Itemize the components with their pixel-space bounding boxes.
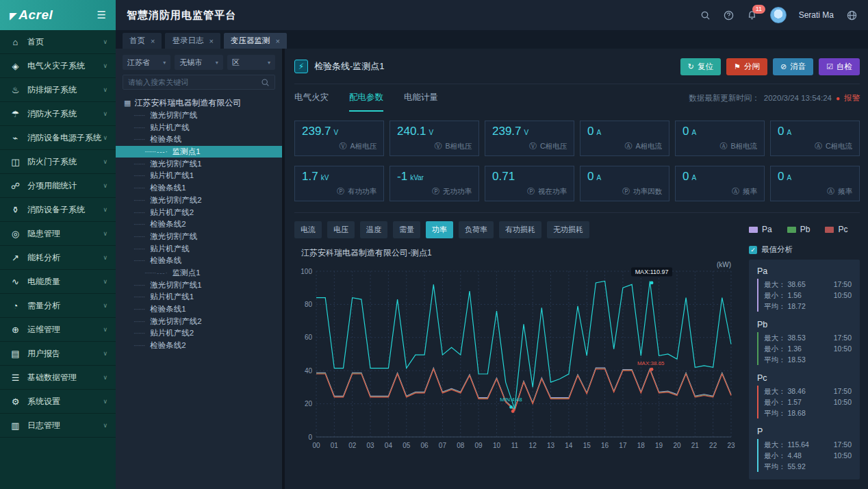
notifications-bell-icon[interactable]: 11 (747, 10, 758, 21)
extremes-toggle[interactable]: ✓ 最值分析 (749, 244, 860, 255)
metric-type-icon: Ⓐ (827, 186, 834, 197)
metric-type-icon: Ⓥ (434, 141, 442, 151)
close-icon[interactable]: × (151, 37, 155, 45)
region-select[interactable]: 无锡市 ▾ (175, 55, 222, 70)
tree-node[interactable]: 激光切割产线2 (116, 195, 282, 207)
chart-filter-chip[interactable]: 电压 (327, 221, 355, 238)
sidebar-item[interactable]: ↗ 能耗分析 ∨ (0, 246, 116, 270)
sidebar-item-icon: ⊕ (10, 325, 21, 335)
tree-node[interactable]: ▦ 江苏安科瑞电器制造有限公司 (116, 97, 282, 110)
metric-unit: V (334, 129, 339, 136)
username[interactable]: Serati Ma (799, 10, 834, 20)
content-tab[interactable]: 配电参数 (349, 84, 383, 112)
chart-filter-chip[interactable]: 功率 (426, 221, 453, 238)
tree-node[interactable]: 检验条线2 (116, 340, 282, 352)
sidebar-item[interactable]: ∿ 电能质量 ∨ (0, 270, 116, 294)
tree-node[interactable]: 检验条线1 (116, 182, 282, 195)
sidebar-item[interactable]: ♨ 防排烟子系统 ∨ (0, 78, 116, 102)
sidebar-item[interactable]: ⚙ 系统设置 ∨ (0, 390, 116, 414)
chart-filter-chip[interactable]: 电流 (294, 221, 322, 238)
legend-item[interactable]: Pa (749, 225, 772, 234)
tree-node-label: 检验条线1 (150, 183, 186, 193)
close-icon[interactable]: × (275, 37, 279, 45)
tree-node[interactable]: 检验条线1 (116, 303, 282, 316)
sidebar-item-label: 隐患管理 (27, 228, 60, 240)
tree-node[interactable]: 激光切割产线1 (116, 158, 282, 170)
tree-node[interactable]: 检验条线2 (116, 218, 282, 231)
legend-label: Pc (838, 225, 847, 234)
metric-type-icon: Ⓥ (529, 141, 537, 151)
device-header: ⚡ 检验条线-监测点1 ↻ 复位 ⚑ 分闸 ⊘ 消音 (294, 55, 860, 77)
metric-label: 无功功率 (443, 187, 472, 197)
sidebar-item[interactable]: ☍ 分项用能统计 ∨ (0, 174, 116, 198)
tree-node[interactable]: 监测点1 (116, 267, 282, 279)
legend-item[interactable]: Pb (787, 225, 810, 234)
device-action-button[interactable]: ☑ 自检 (819, 58, 860, 75)
chart-filter-chip[interactable]: 温度 (360, 221, 387, 238)
help-icon[interactable] (724, 10, 735, 21)
sidebar-item[interactable]: ☂ 消防水子系统 ∨ (0, 102, 116, 126)
tree-node[interactable]: 激光切割产线1 (116, 279, 282, 291)
document-tab[interactable]: 登录日志 × (165, 33, 220, 49)
tree-node[interactable]: 贴片机产线1 (116, 291, 282, 303)
device-action-button[interactable]: ⚑ 分闸 (726, 58, 767, 75)
region-select[interactable]: 区 ▾ (227, 55, 275, 70)
tree-node[interactable]: 激光切割产线2 (116, 315, 282, 327)
sidebar-item[interactable]: ⚱ 消防设备子系统 ∨ (0, 198, 116, 222)
chart-filter-chip[interactable]: 需量 (393, 221, 420, 238)
tree-node[interactable]: 贴片机产线2 (116, 327, 282, 340)
sidebar-item[interactable]: ▤ 用户报告 ∨ (0, 342, 116, 366)
checkbox-checked-icon[interactable]: ✓ (749, 246, 757, 254)
metric-number: 239.7 (302, 125, 331, 138)
sidebar-item[interactable]: ◈ 电气火灾子系统 ∨ (0, 54, 116, 78)
sidebar-item[interactable]: ⌁ 消防设备电源子系统 ∨ (0, 126, 116, 150)
tree-node[interactable]: 检验条线 (116, 255, 282, 267)
document-tab[interactable]: 变压器监测 × (224, 33, 287, 49)
sidebar-item[interactable]: ⌂ 首页 ∨ (0, 30, 116, 54)
device-action-button[interactable]: ⊘ 消音 (773, 58, 813, 75)
chart-filter-chip[interactable]: 无功损耗 (547, 221, 589, 238)
sidebar-item[interactable]: ◔ 需量分析 ∨ (0, 294, 116, 318)
tree-node[interactable]: 检验条线 (116, 134, 282, 146)
tree-node[interactable]: 贴片机产线1 (116, 170, 282, 182)
tree-node[interactable]: 监测点1 (116, 146, 282, 158)
logo-bar: ◤Acrel ☰ (0, 0, 116, 30)
content-tab[interactable]: 电气火灾 (294, 84, 329, 112)
metric-unit: A (596, 129, 601, 136)
search-icon[interactable] (261, 78, 270, 87)
sidebar-item[interactable]: ▥ 日志管理 ∨ (0, 414, 116, 438)
search-icon[interactable] (700, 10, 711, 21)
tree-node[interactable]: 激光切割产线 (116, 110, 282, 122)
stat-row-avg: 平均：18.53 (764, 354, 852, 365)
sidebar-item[interactable]: ☰ 基础数据管理 ∨ (0, 366, 116, 390)
legend-item[interactable]: Pc (825, 225, 847, 234)
chart-filter-chip[interactable]: 有功损耗 (499, 221, 541, 238)
svg-text:17: 17 (619, 442, 627, 449)
sidebar-item[interactable]: ◎ 隐患管理 ∨ (0, 222, 116, 246)
stat-row-avg: 平均：18.68 (764, 408, 852, 418)
content-row: 江苏省 ▾ 无锡市 ▾ 区 ▾ (116, 49, 868, 489)
menu-toggle-icon[interactable]: ☰ (97, 9, 106, 21)
document-tab[interactable]: 首页 × (123, 33, 162, 49)
stat-row-max: 最大：38.5317:50 (764, 332, 852, 343)
metric-value: 1.7kV (302, 170, 376, 184)
svg-text:14: 14 (565, 442, 573, 449)
device-actions: ↻ 复位 ⚑ 分闸 ⊘ 消音 ☑ 自检 (680, 58, 860, 75)
close-icon[interactable]: × (209, 37, 213, 45)
search-input[interactable] (128, 78, 261, 86)
language-globe-icon[interactable] (846, 10, 857, 21)
sidebar-item-label: 电气火灾子系统 (27, 60, 85, 72)
tree-node[interactable]: 贴片机产线 (116, 121, 282, 134)
avatar[interactable] (770, 7, 787, 23)
region-select[interactable]: 江苏省 ▾ (123, 55, 170, 70)
tree-node[interactable]: 激光切割产线 (116, 231, 282, 243)
stat-row-min: 最小：1.5610:50 (764, 290, 852, 301)
tree-node[interactable]: 贴片机产线 (116, 242, 282, 255)
device-action-button[interactable]: ↻ 复位 (680, 58, 721, 75)
sidebar-item[interactable]: ⊕ 运维管理 ∨ (0, 318, 116, 342)
tree-node[interactable]: 贴片机产线2 (116, 206, 282, 218)
app-window: ◤Acrel ☰ ⌂ 首页 ∨ ◈ 电气火灾子系统 ∨ ♨ 防排烟子系统 ∨ ☂ (0, 0, 868, 489)
chart-filter-chip[interactable]: 负荷率 (459, 221, 494, 238)
content-tab[interactable]: 电能计量 (404, 84, 438, 112)
sidebar-item[interactable]: ◫ 防火门子系统 ∨ (0, 150, 116, 174)
